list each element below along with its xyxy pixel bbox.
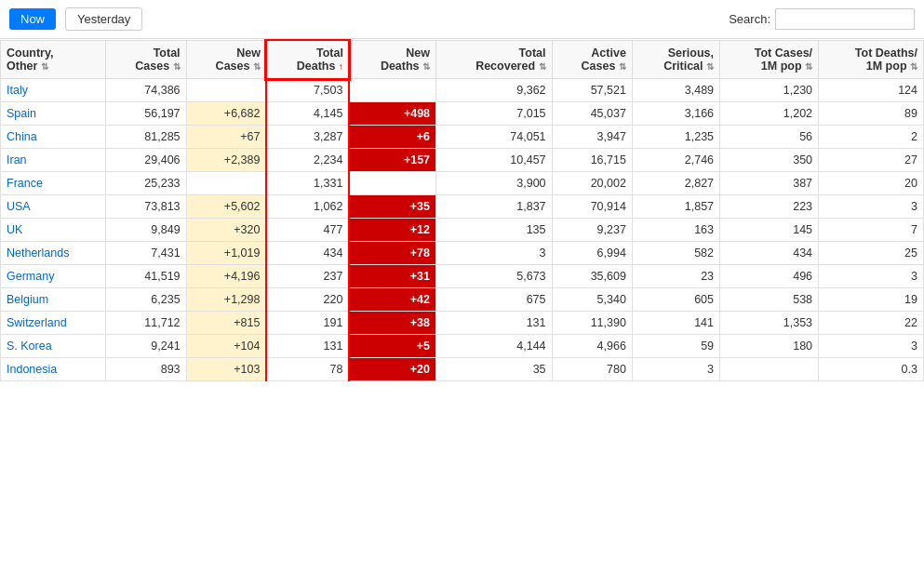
cell-new-deaths: +78	[349, 242, 435, 265]
country-link[interactable]: S. Korea	[7, 340, 52, 353]
cell-tot-cases-1m: 350	[720, 149, 819, 172]
cell-country: Iran	[1, 149, 106, 172]
cell-new-cases: +103	[186, 358, 266, 381]
top-bar: Now Yesterday Search:	[0, 0, 924, 39]
cell-serious-critical: 59	[632, 335, 719, 358]
cell-new-cases: +67	[186, 126, 266, 149]
cell-tot-deaths-1m: 3	[819, 335, 924, 358]
country-link[interactable]: Switzerland	[7, 316, 67, 329]
cell-total-cases: 7,431	[106, 242, 186, 265]
cell-total-cases: 29,406	[106, 149, 186, 172]
country-link[interactable]: Netherlands	[7, 247, 69, 260]
cell-total-deaths: 1,062	[266, 195, 349, 219]
cell-new-cases: +815	[186, 312, 266, 335]
col-tot-deaths-1m[interactable]: Tot Deaths/1M pop ⇅	[819, 40, 924, 79]
country-link[interactable]: Spain	[7, 107, 36, 120]
cell-active-cases: 70,914	[552, 195, 632, 219]
cell-total-cases: 74,386	[106, 79, 186, 102]
cell-country: USA	[1, 195, 106, 219]
cell-tot-deaths-1m: 124	[819, 79, 924, 102]
cell-tot-deaths-1m: 25	[819, 242, 924, 265]
cell-new-deaths	[349, 79, 435, 102]
col-country[interactable]: Country,Other ⇅	[1, 40, 106, 79]
cell-tot-cases-1m: 538	[720, 288, 819, 312]
table-row: Germany41,519+4,196237+315,67335,6092349…	[1, 265, 924, 288]
cell-total-deaths: 220	[266, 288, 349, 312]
cell-new-deaths: +20	[349, 358, 435, 381]
yesterday-button[interactable]: Yesterday	[65, 7, 142, 31]
cell-total-deaths: 131	[266, 335, 349, 358]
cell-total-recovered: 675	[436, 288, 553, 312]
cell-active-cases: 45,037	[552, 102, 632, 126]
cell-total-deaths: 78	[266, 358, 349, 381]
cell-serious-critical: 2,746	[632, 149, 719, 172]
cell-new-cases: +2,389	[186, 149, 266, 172]
cell-new-cases: +5,602	[186, 195, 266, 219]
col-total-deaths[interactable]: TotalDeaths ↑	[266, 40, 349, 79]
cell-active-cases: 35,609	[552, 265, 632, 288]
cell-total-recovered: 131	[436, 312, 553, 335]
cell-active-cases: 6,994	[552, 242, 632, 265]
search-input[interactable]	[775, 8, 915, 30]
country-link[interactable]: China	[7, 130, 37, 143]
cell-tot-deaths-1m: 0.3	[819, 358, 924, 381]
cell-active-cases: 16,715	[552, 149, 632, 172]
cell-serious-critical: 605	[632, 288, 719, 312]
cell-tot-cases-1m: 1,230	[720, 79, 819, 102]
cell-tot-cases-1m	[720, 358, 819, 381]
col-total-recovered[interactable]: TotalRecovered ⇅	[436, 40, 553, 79]
cell-tot-deaths-1m: 22	[819, 312, 924, 335]
cell-country: Indonesia	[1, 358, 106, 381]
cell-new-deaths: +5	[349, 335, 435, 358]
cell-tot-deaths-1m: 89	[819, 102, 924, 126]
col-tot-cases-1m[interactable]: Tot Cases/1M pop ⇅	[720, 40, 819, 79]
table-row: Spain56,197+6,6824,145+4987,01545,0373,1…	[1, 102, 924, 126]
cell-tot-cases-1m: 496	[720, 265, 819, 288]
cell-total-cases: 9,241	[106, 335, 186, 358]
cell-tot-deaths-1m: 2	[819, 126, 924, 149]
cell-total-cases: 56,197	[106, 102, 186, 126]
now-button[interactable]: Now	[9, 8, 56, 30]
cell-tot-cases-1m: 56	[720, 126, 819, 149]
cell-total-deaths: 2,234	[266, 149, 349, 172]
col-serious-critical[interactable]: Serious,Critical ⇅	[632, 40, 719, 79]
cell-new-cases: +6,682	[186, 102, 266, 126]
cell-country: Italy	[1, 79, 106, 102]
cell-tot-deaths-1m: 20	[819, 172, 924, 195]
cell-total-recovered: 10,457	[436, 149, 553, 172]
country-link[interactable]: Indonesia	[7, 363, 57, 376]
cell-total-cases: 6,235	[106, 288, 186, 312]
cell-serious-critical: 1,235	[632, 126, 719, 149]
cell-total-deaths: 237	[266, 265, 349, 288]
cell-country: Belgium	[1, 288, 106, 312]
col-new-deaths[interactable]: NewDeaths ⇅	[349, 40, 435, 79]
cell-total-recovered: 74,051	[436, 126, 553, 149]
col-total-cases[interactable]: TotalCases ⇅	[106, 40, 186, 79]
cell-serious-critical: 163	[632, 219, 719, 242]
cell-serious-critical: 141	[632, 312, 719, 335]
cell-active-cases: 780	[552, 358, 632, 381]
cell-new-deaths: +498	[349, 102, 435, 126]
cell-country: Spain	[1, 102, 106, 126]
cell-total-deaths: 4,145	[266, 102, 349, 126]
cell-tot-deaths-1m: 7	[819, 219, 924, 242]
cell-total-deaths: 7,503	[266, 79, 349, 102]
country-link[interactable]: Italy	[7, 84, 28, 97]
country-link[interactable]: UK	[7, 223, 22, 236]
table-row: USA73,813+5,6021,062+351,83770,9141,8572…	[1, 195, 924, 219]
cell-total-deaths: 477	[266, 219, 349, 242]
cell-total-deaths: 434	[266, 242, 349, 265]
col-active-cases[interactable]: ActiveCases ⇅	[552, 40, 632, 79]
cell-active-cases: 5,340	[552, 288, 632, 312]
country-link[interactable]: Iran	[7, 153, 27, 167]
country-link[interactable]: Belgium	[7, 293, 48, 306]
cell-country: China	[1, 126, 106, 149]
cell-active-cases: 3,947	[552, 126, 632, 149]
cell-serious-critical: 3,489	[632, 79, 719, 102]
country-link[interactable]: USA	[7, 200, 31, 213]
cell-new-cases: +320	[186, 219, 266, 242]
country-link[interactable]: France	[7, 177, 43, 190]
country-link[interactable]: Germany	[7, 270, 54, 283]
col-new-cases[interactable]: NewCases ⇅	[186, 40, 266, 79]
cell-active-cases: 20,002	[552, 172, 632, 195]
